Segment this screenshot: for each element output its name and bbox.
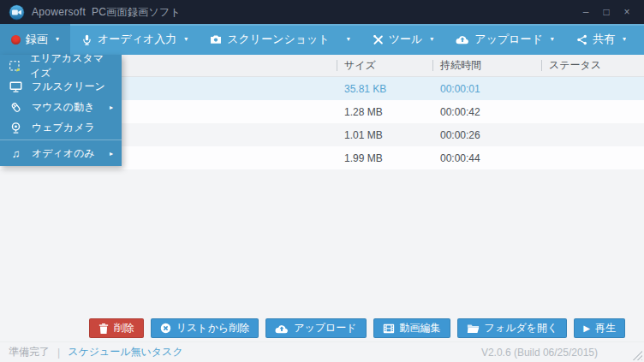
menu-audio-input-label: オーディオ入力 — [98, 32, 176, 47]
menu-share[interactable]: 共有 ▾ — [565, 24, 637, 55]
close-button[interactable]: × — [618, 0, 635, 24]
play-icon: ▶ — [583, 324, 590, 333]
menu-item-label: オディオのみ — [32, 146, 95, 161]
submenu-arrow-icon: ▸ — [110, 150, 113, 157]
remove-from-list-button[interactable]: リストから削除 — [151, 318, 259, 338]
trash-icon — [98, 323, 109, 335]
cloud-upload-icon — [456, 34, 469, 45]
cell-size: 1.99 MB — [337, 152, 432, 164]
play-label: 再生 — [595, 321, 616, 335]
menu-screenshot[interactable]: スクリーンショット ▾ — [199, 24, 361, 55]
menu-item-webcam[interactable]: ウェブカメラ — [0, 117, 122, 138]
menu-item-label: フルスクリーン — [32, 80, 105, 94]
menu-upload[interactable]: アップロード ▾ — [444, 24, 565, 55]
version-text: V2.0.6 (Build 06/25/2015) — [481, 347, 598, 359]
remove-from-list-label: リストから削除 — [176, 321, 249, 335]
cell-size: 1.01 MB — [337, 129, 432, 141]
window-title: ApowersoftPC画面録画ソフト — [32, 5, 181, 20]
chevron-down-icon: ▾ — [430, 36, 433, 43]
status-bar: 準備完了 | スケジュール無いタスク V2.0.6 (Build 06/25/2… — [0, 341, 644, 362]
column-size-label: サイズ — [344, 58, 376, 73]
share-icon — [576, 34, 587, 45]
app-logo-icon — [9, 4, 25, 21]
cell-duration: 00:00:44 — [432, 152, 541, 164]
menu-item-area-customize[interactable]: エリアカスタマイズ — [0, 56, 122, 76]
open-folder-button[interactable]: フォルダを開く — [457, 318, 568, 338]
action-button-bar: 削除 リストから削除 アップロード — [89, 318, 625, 338]
edit-video-label: 動画編集 — [400, 321, 441, 335]
mouse-icon — [9, 100, 23, 114]
schedule-task-link[interactable]: スケジュール無いタスク — [68, 345, 183, 359]
status-ready-text: 準備完了 — [9, 345, 50, 359]
cell-size: 35.81 KB — [337, 83, 432, 95]
chevron-down-icon: ▾ — [347, 36, 350, 43]
column-status-label: ステータス — [549, 58, 601, 73]
submenu-arrow-icon: ▸ — [110, 104, 113, 111]
app-window: ApowersoftPC画面録画ソフト – □ × 録画 ▾ オーディオ入力 ▾ — [0, 0, 644, 362]
record-dropdown-menu: エリアカスタマイズ フルスクリーン マウスの動き ▸ — [0, 55, 122, 166]
delete-button[interactable]: 削除 — [89, 318, 144, 338]
menu-tools-label: ツール — [389, 32, 423, 47]
menu-item-label: マウスの動き — [32, 100, 94, 115]
tools-icon — [373, 34, 384, 45]
window-controls: – □ × — [577, 0, 635, 24]
x-circle-icon — [160, 323, 171, 334]
menu-help[interactable]: ? ヘルプ ▾ — [637, 24, 644, 55]
column-status-header[interactable]: ステータス — [541, 55, 644, 76]
column-duration-header[interactable]: 持続時間 — [432, 55, 541, 76]
menu-upload-label: アップロード — [474, 32, 543, 47]
upload-label: アップロード — [294, 321, 356, 335]
menu-screenshot-label: スクリーンショット — [227, 32, 329, 47]
column-size-header[interactable]: サイズ — [337, 55, 432, 76]
webcam-icon — [9, 121, 23, 134]
menu-item-label: ウェブカメラ — [32, 121, 95, 135]
chevron-down-icon: ▾ — [623, 36, 626, 43]
menu-item-mouse-movement[interactable]: マウスの動き ▸ — [0, 97, 122, 117]
play-button[interactable]: ▶ 再生 — [574, 318, 625, 338]
cell-duration: 00:00:26 — [432, 129, 541, 141]
menu-item-label: エリアカスタマイズ — [30, 51, 113, 80]
upload-button[interactable]: アップロード — [265, 318, 366, 338]
menu-separator — [0, 139, 122, 140]
cell-duration: 00:00:42 — [432, 106, 541, 118]
status-divider: | — [57, 347, 60, 359]
brand-name: Apowersoft — [32, 6, 86, 18]
chevron-down-icon: ▾ — [184, 36, 188, 43]
menu-record-label: 録画 — [26, 32, 48, 47]
film-strip-icon — [383, 323, 395, 334]
minimize-button[interactable]: – — [577, 0, 594, 24]
music-note-icon: ♫ — [9, 146, 23, 160]
chevron-down-icon: ▾ — [551, 36, 554, 43]
cell-duration: 00:00:01 — [432, 83, 541, 95]
app-name: PC画面録画ソフト — [92, 6, 181, 18]
maximize-button[interactable]: □ — [598, 0, 615, 24]
open-folder-label: フォルダを開く — [485, 321, 558, 335]
camera-icon — [210, 33, 222, 45]
area-select-icon — [9, 59, 21, 73]
microphone-icon — [81, 34, 92, 45]
cell-size: 1.28 MB — [337, 106, 432, 118]
delete-label: 削除 — [114, 321, 134, 335]
chevron-down-icon: ▾ — [56, 36, 59, 43]
column-duration-label: 持続時間 — [440, 58, 481, 73]
record-dot-icon — [11, 35, 21, 45]
menu-audio-input[interactable]: オーディオ入力 ▾ — [70, 24, 199, 55]
menu-tools[interactable]: ツール ▾ — [361, 24, 445, 55]
title-bar: ApowersoftPC画面録画ソフト – □ × — [0, 0, 644, 24]
menu-item-audio-only[interactable]: ♫ オディオのみ ▸ — [0, 143, 122, 163]
menu-record[interactable]: 録画 ▾ — [0, 24, 70, 55]
menu-item-fullscreen[interactable]: フルスクリーン — [0, 76, 122, 97]
cloud-upload-icon — [275, 323, 289, 334]
edit-video-button[interactable]: 動画編集 — [373, 318, 450, 338]
folder-icon — [467, 323, 480, 334]
menu-share-label: 共有 — [593, 32, 615, 47]
menu-bar: 録画 ▾ オーディオ入力 ▾ スクリーンショット ▾ — [0, 24, 644, 55]
monitor-icon — [9, 80, 23, 93]
